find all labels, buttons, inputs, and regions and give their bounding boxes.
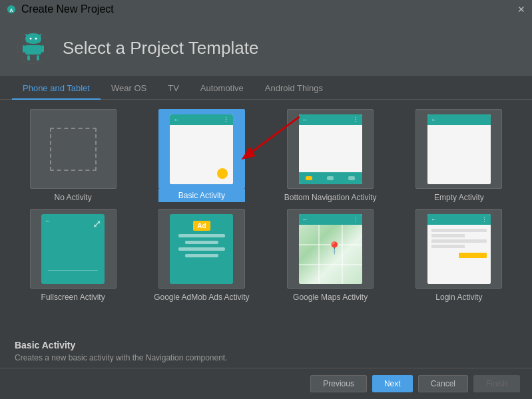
template-label-bottom-nav: Bottom Navigation Activity — [284, 193, 377, 202]
bottom-nav-mockup: ← ⋮ — [299, 114, 362, 184]
template-thumb-bottom-nav: ← ⋮ — [287, 109, 374, 189]
admob-mockup: Ad — [170, 214, 233, 284]
template-empty-activity[interactable]: ← Empty Activity — [398, 109, 520, 202]
header: Select a Project Template — [0, 19, 532, 76]
template-maps[interactable]: ← ⋮ 📍 — [270, 209, 392, 302]
template-label-maps: Google Maps Activity — [293, 293, 368, 302]
ad-line-4 — [185, 254, 218, 257]
svg-rect-8 — [23, 45, 25, 53]
template-admob[interactable]: Ad Google AdMob Ads Activity — [140, 209, 262, 302]
tab-phone-tablet[interactable]: Phone and Tablet — [12, 76, 101, 100]
dots-icon: ⋮ — [223, 116, 230, 123]
fab-button — [217, 168, 228, 179]
svg-rect-9 — [41, 45, 44, 53]
bottom-nav-body — [299, 125, 362, 172]
nav-dot-active — [306, 176, 312, 180]
title-bar-title: Create New Project — [21, 3, 114, 15]
fullscreen-mockup: ← ⤢ — [41, 214, 105, 284]
tab-tv[interactable]: TV — [157, 76, 190, 100]
empty-top-bar: ← — [427, 114, 491, 125]
template-thumb-basic-activity: ← ⋮ — [158, 109, 245, 189]
page-title: Select a Project Template — [63, 38, 258, 59]
template-no-activity[interactable]: No Activity — [12, 109, 134, 202]
svg-rect-10 — [27, 55, 30, 61]
ad-badge: Ad — [193, 221, 210, 231]
selected-template-info: Basic Activity Creates a new basic activ… — [12, 332, 520, 368]
tab-android-things[interactable]: Android Things — [254, 76, 334, 100]
template-label-empty: Empty Activity — [434, 193, 484, 202]
content-area: No Activity ← ⋮ Basic Activity — [0, 100, 532, 368]
svg-rect-7 — [25, 45, 41, 55]
info-title: Basic Activity — [15, 340, 517, 350]
svg-point-6 — [35, 38, 37, 40]
login-top-bar: ← ⋮ — [427, 214, 491, 225]
login-field-2 — [431, 234, 465, 237]
template-thumb-login: ← ⋮ — [415, 209, 502, 289]
android-logo — [16, 31, 51, 65]
map-dots-icon: ⋮ — [353, 216, 359, 223]
template-label-login: Login Activity — [435, 293, 482, 302]
map-pin-icon: 📍 — [327, 242, 342, 254]
empty-body — [427, 125, 491, 184]
bottom-nav-top-bar: ← ⋮ — [299, 114, 362, 125]
fullscreen-line — [48, 270, 98, 271]
ad-line-1 — [178, 234, 225, 237]
template-fullscreen[interactable]: ← ⤢ Fullscreen Activity — [12, 209, 134, 302]
nav-dot-3 — [348, 176, 355, 180]
template-thumb-empty: ← — [415, 109, 502, 189]
template-thumb-admob: Ad — [158, 209, 245, 289]
template-thumb-no-activity — [30, 109, 117, 189]
template-login[interactable]: ← ⋮ Login Activity — [398, 209, 520, 302]
tab-automotive[interactable]: Automotive — [190, 76, 254, 100]
tab-wear-os[interactable]: Wear OS — [101, 76, 157, 100]
empty-activity-mockup: ← — [427, 114, 491, 184]
ad-line-3 — [178, 247, 225, 251]
fullscreen-back-icon: ← — [45, 217, 51, 224]
basic-activity-mockup: ← ⋮ — [170, 114, 233, 184]
title-bar: A Create New Project ✕ — [0, 0, 532, 19]
template-thumb-fullscreen: ← ⤢ — [30, 209, 117, 289]
footer: Previous Next Cancel Finish — [0, 368, 532, 399]
next-button[interactable]: Next — [372, 375, 413, 392]
three-dots-icon: ⋮ — [353, 116, 359, 123]
finish-button: Finish — [473, 375, 520, 392]
template-label-basic-activity: Basic Activity — [158, 189, 245, 202]
info-description: Creates a new basic activity with the Na… — [15, 353, 517, 362]
login-dots-icon: ⋮ — [481, 216, 487, 223]
ad-line-2 — [185, 241, 218, 244]
svg-text:A: A — [9, 8, 13, 13]
map-body: 📍 — [299, 225, 362, 284]
login-back-icon: ← — [431, 216, 437, 223]
tabs-container: Phone and Tablet Wear OS TV Automotive A… — [0, 76, 532, 100]
nav-dot-2 — [327, 176, 334, 180]
template-grid: No Activity ← ⋮ Basic Activity — [12, 109, 520, 302]
template-thumb-maps: ← ⋮ 📍 — [287, 209, 374, 289]
template-label-fullscreen: Fullscreen Activity — [41, 293, 105, 302]
title-bar-left: A Create New Project — [7, 3, 114, 15]
expand-icon: ⤢ — [93, 217, 101, 230]
template-bottom-nav[interactable]: ← ⋮ Bottom Navigation Activity — [270, 109, 392, 202]
login-mockup: ← ⋮ — [427, 214, 491, 284]
back-arrow-icon: ← — [173, 116, 179, 123]
template-label-no-activity: No Activity — [55, 193, 92, 202]
login-body — [427, 225, 491, 284]
login-field-1 — [431, 229, 487, 232]
empty-back-icon: ← — [431, 116, 437, 123]
template-grid-wrapper: No Activity ← ⋮ Basic Activity — [12, 109, 520, 332]
previous-button[interactable]: Previous — [310, 375, 367, 392]
map-top-bar: ← ⋮ — [299, 214, 362, 225]
bottom-nav-bar — [299, 172, 362, 184]
mockup-top-bar: ← ⋮ — [170, 114, 233, 125]
back-icon: ← — [302, 116, 308, 123]
login-field-3 — [431, 239, 487, 243]
dashed-placeholder — [50, 128, 97, 171]
map-back-icon: ← — [302, 216, 308, 223]
svg-point-5 — [30, 38, 32, 40]
svg-rect-11 — [37, 55, 39, 61]
login-field-4 — [431, 245, 465, 248]
template-basic-activity[interactable]: ← ⋮ Basic Activity — [140, 109, 262, 202]
app-icon: A — [7, 5, 16, 14]
close-button[interactable]: ✕ — [517, 5, 525, 14]
cancel-button[interactable]: Cancel — [418, 375, 468, 392]
template-label-admob: Google AdMob Ads Activity — [154, 293, 249, 302]
